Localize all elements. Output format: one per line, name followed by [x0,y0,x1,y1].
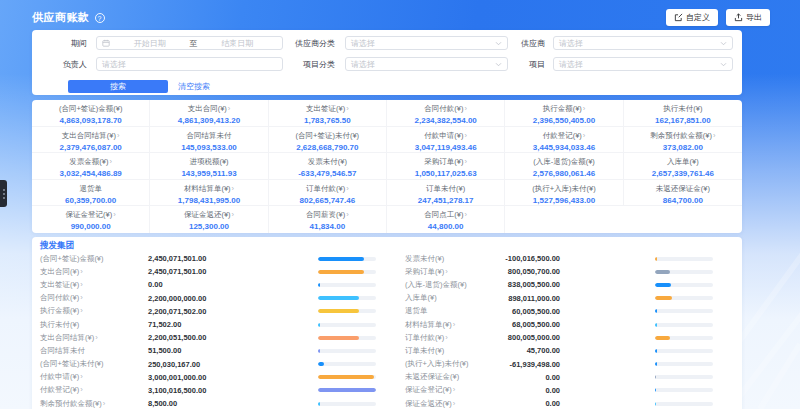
metric-row[interactable]: 合同付款(¥)› 2,200,000,000.00 [40,292,376,305]
metric-row[interactable]: 订单未付(¥)› 45,700.00 [405,344,713,357]
clear-search-link[interactable]: 清空搜索 [178,80,210,93]
stat-card[interactable]: 入库单(¥)› 2,657,339,761.46 [624,153,742,180]
metric-row[interactable]: 执行金额(¥)› 2,200,071,502.00 [40,305,376,318]
bar-fill [318,296,359,300]
bar-fill [655,296,672,300]
stat-card[interactable]: 保证金返还(¥)› 125,300.00 [150,206,268,233]
stat-card[interactable]: 执行未付(¥)› 162,167,851.00 [624,100,742,127]
stat-card[interactable]: 合同薪资(¥)› 41,834.00 [269,206,387,233]
metric-row[interactable]: 支出合同(¥)› 2,450,071,501.00 [40,265,376,278]
stat-label: 合同结算未付› [150,131,267,141]
stat-label: 保证金返还(¥)› [150,210,267,220]
chevron-right-icon: › [80,267,83,276]
chevron-right-icon: › [103,399,106,408]
stat-card[interactable]: 订单付款(¥)› 802,665,747.46 [269,180,387,207]
project-select[interactable]: 请选择 [553,57,733,71]
stat-label: 合同点工(¥)› [387,210,504,220]
stat-card[interactable]: 剩余预付款金额(¥)› 373,082.00 [624,127,742,154]
metric-row[interactable]: 订单付款(¥)› 800,005,000.00 [405,331,713,344]
detail-column-right: 发票未付(¥)› -100,016,500.00 采购订单(¥)› 800,05… [405,252,713,409]
stat-card[interactable]: 退货单› 60,359,700.00 [32,180,150,207]
stat-value: 1,050,117,025.63 [387,169,504,178]
metric-row[interactable]: 合同结算未付› 51,500.00 [40,344,376,357]
stat-card[interactable]: 订单未付(¥)› 247,451,278.17 [387,180,505,207]
side-drawer-handle[interactable] [0,180,7,207]
stat-card[interactable]: 发票金额(¥)› 3,032,454,486.89 [32,153,150,180]
metric-row[interactable]: (合同+签证)未付(¥)› 250,030,167.00 [40,358,376,371]
stat-card[interactable]: 合同结算未付› 145,093,533.00 [150,127,268,154]
metric-value: 2,200,000,000.00 [148,294,318,303]
stat-value: 4,863,093,178.70 [32,116,149,125]
stats-grid: (合同+签证)金额(¥)› 4,863,093,178.70 支出合同(¥)› … [32,100,742,233]
bar-fill [655,270,670,274]
stat-card[interactable]: 付款登记(¥)› 3,445,934,033.46 [505,127,623,154]
metric-row[interactable]: 发票未付(¥)› -100,016,500.00 [405,252,713,265]
metric-row[interactable]: 执行未付(¥)› 71,502.00 [40,318,376,331]
owner-label: 负责人 [38,57,87,72]
metric-row[interactable]: 付款登记(¥)› 3,100,016,500.00 [40,384,376,397]
customize-button[interactable]: 自定义 [666,9,718,26]
project-category-select[interactable]: 请选择 [345,57,508,71]
stat-value: 3,032,454,486.89 [32,169,149,178]
stat-label: 发票未付(¥)› [269,157,386,167]
metric-row[interactable]: 剩余预付款金额(¥)› 8,500.00 [40,397,376,409]
supplier-category-select[interactable]: 请选择 [345,36,508,50]
help-icon[interactable]: ? [95,13,105,23]
chevron-right-icon: › [232,210,235,219]
stat-card[interactable]: (合同+签证)金额(¥)› 4,863,093,178.70 [32,100,150,127]
stat-value: 2,379,476,087.00 [32,143,149,152]
stat-card[interactable]: 合同点工(¥)› 44,800.00 [387,206,505,233]
metric-value: 2,200,071,502.00 [148,307,318,316]
stat-card[interactable]: (合同+签证)未付(¥)› 2,628,668,790.70 [269,127,387,154]
stat-card[interactable]: 进项税额(¥)› 143,959,511.93 [150,153,268,180]
stat-card[interactable]: 采购订单(¥)› 1,050,117,025.63 [387,153,505,180]
metric-row[interactable]: 保证金登记(¥)› 0.00 [405,384,713,397]
stat-label: 支出合同结算(¥)› [32,131,149,141]
stat-value: 125,300.00 [150,222,267,231]
stat-card[interactable]: 支出合同(¥)› 4,861,309,413.20 [150,100,268,127]
metric-row[interactable]: 入库单(¥)› 898,011,000.00 [405,292,713,305]
stat-card[interactable]: 发票未付(¥)› -633,479,546.57 [269,153,387,180]
metric-row[interactable]: 采购订单(¥)› 800,050,700.00 [405,265,713,278]
date-range-input[interactable]: 开始日期 至 结束日期 [96,36,283,50]
stat-card[interactable]: 支出签证(¥)› 1,783,765.50 [269,100,387,127]
stat-label: 付款申请(¥)› [387,131,504,141]
search-button[interactable]: 搜索 [68,80,168,93]
metric-bar [318,270,376,274]
stat-card[interactable]: 支出合同结算(¥)› 2,379,476,087.00 [32,127,150,154]
metric-row[interactable]: 支出合同结算(¥)› 2,200,051,500.00 [40,331,376,344]
stat-card[interactable]: 付款申请(¥)› 3,047,119,493.46 [387,127,505,154]
metric-row[interactable]: 退货单› 60,005,500.00 [405,305,713,318]
stat-card[interactable]: 未返还保证金(¥)› 864,700.00 [624,180,742,207]
metric-row[interactable]: 支出签证(¥)› 0.00 [40,278,376,291]
stat-value: 1,783,765.50 [269,116,386,125]
chevron-right-icon: › [465,131,468,140]
group-name-link[interactable]: 搜发集团 [40,240,734,251]
metric-bar [655,296,713,300]
bar-fill [318,283,320,287]
metric-value: 2,200,051,500.00 [148,333,318,342]
chevron-right-icon: › [80,280,83,289]
metric-row[interactable]: (执行+入库)未付(¥)› -61,939,498.00 [405,358,713,371]
stat-card[interactable]: 执行金额(¥)› 2,396,550,405.00 [505,100,623,127]
chevron-right-icon: › [346,104,349,113]
stat-card[interactable]: (执行+入库)未付(¥)› 1,527,596,433.00 [505,180,623,207]
metric-row[interactable]: 未返还保证金(¥)› 0.00 [405,371,713,384]
stat-label: 未返还保证金(¥)› [624,184,742,194]
export-button[interactable]: 导出 [726,9,770,26]
metric-row[interactable]: (合同+签证)金额(¥)› 2,450,071,501.00 [40,252,376,265]
stat-card[interactable]: 保证金登记(¥)› 990,000.00 [32,206,150,233]
metric-bar [655,309,713,313]
stat-card[interactable]: (入库-退货)金额(¥)› 2,576,980,061.46 [505,153,623,180]
metric-label: 执行未付(¥)› [40,320,148,330]
metric-row[interactable]: (入库-退货)金额(¥)› 838,005,500.00 [405,278,713,291]
metric-bar [655,375,713,379]
metric-row[interactable]: 材料结算单(¥)› 68,005,500.00 [405,318,713,331]
stat-card[interactable]: 材料结算单(¥)› 1,798,431,995.00 [150,180,268,207]
stat-card[interactable]: 合同付款(¥)› 2,234,382,554.00 [387,100,505,127]
metric-label: 付款申请(¥)› [40,372,148,382]
owner-select[interactable]: 请选择 [96,57,283,71]
metric-row[interactable]: 保证金返还(¥)› 0.00 [405,397,713,409]
metric-row[interactable]: 付款申请(¥)› 3,000,001,000.00 [40,371,376,384]
supplier-select[interactable]: 请选择 [553,36,733,50]
